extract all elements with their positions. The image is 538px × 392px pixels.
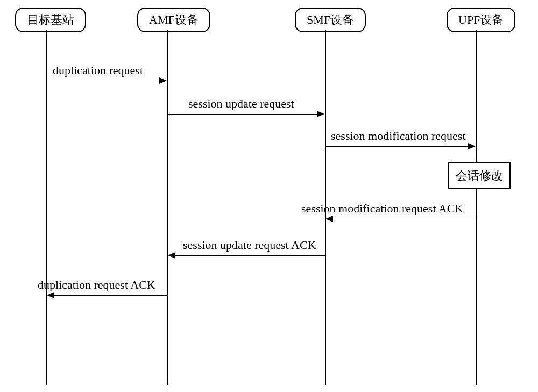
msg-sess-mod-ack-arrowhead — [325, 216, 333, 222]
msg-sess-update-ack-arrow — [169, 255, 325, 256]
msg-sess-update-req-arrowhead — [317, 111, 324, 117]
msg-dup-ack-label: duplication request ACK — [38, 278, 155, 292]
lifeline-amf — [167, 30, 168, 385]
msg-dup-req-label: duplication request — [53, 63, 143, 77]
activation-session-modify: 会话修改 — [448, 162, 511, 189]
msg-dup-req-arrowhead — [159, 77, 167, 84]
msg-dup-ack-arrow — [48, 295, 167, 296]
actor-target-bs: 目标基站 — [15, 8, 86, 32]
actor-amf: AMF设备 — [137, 8, 210, 32]
msg-sess-update-ack-label: session update request ACK — [183, 238, 316, 252]
msg-sess-mod-ack-label: session modification request ACK — [301, 202, 463, 216]
msg-sess-mod-req-arrow — [326, 146, 475, 147]
msg-sess-update-req-arrow — [168, 114, 323, 115]
msg-dup-req-arrow — [47, 81, 165, 81]
msg-sess-update-req-label: session update request — [188, 97, 294, 111]
msg-sess-mod-ack-arrow — [327, 219, 476, 219]
actor-upf: UPF设备 — [447, 8, 515, 32]
lifeline-target-bs — [46, 30, 47, 385]
msg-sess-mod-req-arrowhead — [468, 143, 476, 149]
msg-sess-update-ack-arrowhead — [168, 252, 175, 259]
msg-sess-mod-req-label: session modification request — [331, 129, 466, 143]
lifeline-upf — [476, 30, 477, 385]
actor-smf: SMF设备 — [295, 8, 366, 32]
msg-dup-ack-arrowhead — [47, 292, 54, 298]
